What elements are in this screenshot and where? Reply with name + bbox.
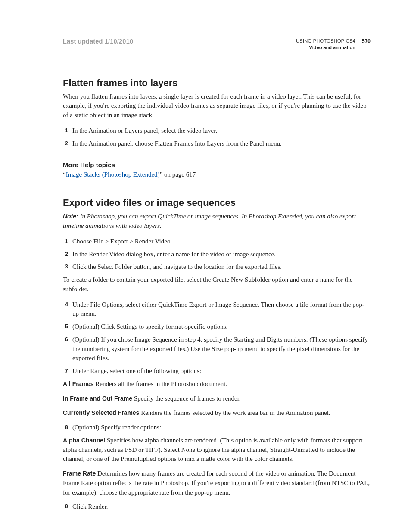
step-number: 7 — [63, 367, 68, 374]
def-term: In Frame and Out Frame — [63, 395, 132, 402]
definition-currently-selected-frames: Currently Selected Frames Renders the fr… — [63, 408, 371, 418]
definition-all-frames: All Frames Renders all the frames in the… — [63, 380, 371, 389]
list-item: 4 Under File Options, select either Quic… — [63, 300, 371, 319]
list-item: 5 (Optional) Click Settings to specify f… — [63, 322, 371, 332]
list-item: 7 Under Range, select one of the followi… — [63, 367, 371, 376]
step-text: In the Animation or Layers panel, select… — [72, 126, 371, 136]
step-text: Click the Select Folder button, and navi… — [72, 262, 371, 272]
step-number: 2 — [63, 139, 68, 146]
quote-open: “ — [63, 171, 66, 178]
step-number: 5 — [63, 322, 68, 330]
def-desc: Specifies how alpha channels are rendere… — [63, 437, 362, 463]
heading-flatten-frames: Flatten frames into layers — [63, 78, 371, 89]
step-text: Under File Options, select either QuickT… — [72, 300, 371, 319]
step-text: (Optional) Specify render options: — [72, 423, 371, 432]
def-term: Currently Selected Frames — [63, 409, 139, 416]
list-item: 9 Click Render. — [63, 502, 371, 512]
step-number: 1 — [63, 126, 68, 134]
list-item: 2 In the Animation panel, choose Flatten… — [63, 139, 371, 149]
header-right-block: USING PHOTOSHOP CS4 Video and animation … — [296, 38, 371, 51]
list-item: 3 Click the Select Folder button, and na… — [63, 262, 371, 272]
flatten-intro-paragraph: When you flatten frames into layers, a s… — [63, 92, 371, 120]
def-desc: Specify the sequence of frames to render… — [132, 395, 241, 402]
header-right-text: USING PHOTOSHOP CS4 Video and animation — [296, 38, 355, 51]
link-image-stacks[interactable]: Image Stacks (Photoshop Extended) — [66, 171, 160, 178]
step-number: 4 — [63, 300, 68, 308]
def-desc: Renders the frames selected by the work … — [139, 409, 330, 416]
doc-title: USING PHOTOSHOP CS4 — [296, 38, 355, 44]
related-link-row: “Image Stacks (Photoshop Extended)” on p… — [63, 171, 371, 178]
step-text: Click Render. — [72, 502, 371, 512]
definition-in-frame-out-frame: In Frame and Out Frame Specify the seque… — [63, 394, 371, 404]
step-text: (Optional) If you chose Image Sequence i… — [72, 335, 371, 363]
page-number: 570 — [359, 38, 371, 50]
last-updated-text: Last updated 1/10/2010 — [63, 38, 133, 45]
step-text: Under Range, select one of the following… — [72, 367, 371, 376]
list-item: 1 In the Animation or Layers panel, sele… — [63, 126, 371, 136]
step-text: (Optional) Click Settings to specify for… — [72, 322, 371, 332]
step-number: 2 — [63, 250, 68, 257]
def-desc: Renders all the frames in the Photoshop … — [94, 380, 227, 387]
def-term: Frame Rate — [63, 470, 96, 477]
definition-frame-rate: Frame Rate Determines how many frames ar… — [63, 469, 371, 497]
step-text: Choose File > Export > Render Video. — [72, 237, 371, 246]
note-paragraph: Note: In Photoshop, you can export Quick… — [63, 212, 371, 231]
page-header: Last updated 1/10/2010 USING PHOTOSHOP C… — [63, 38, 371, 51]
link-tail: ” on page 617 — [160, 171, 196, 178]
more-help-topics-label: More Help topics — [63, 161, 371, 168]
step-text: In the Render Video dialog box, enter a … — [72, 250, 371, 259]
step-number: 8 — [63, 423, 68, 430]
def-term: Alpha Channel — [63, 437, 105, 444]
list-item: 6 (Optional) If you chose Image Sequence… — [63, 335, 371, 363]
definition-alpha-channel: Alpha Channel Specifies how alpha channe… — [63, 436, 371, 464]
step-text: In the Animation panel, choose Flatten F… — [72, 139, 371, 149]
def-desc: Determines how many frames are created f… — [63, 470, 370, 496]
step-number: 3 — [63, 262, 68, 270]
subfolder-paragraph: To create a folder to contain your expor… — [63, 275, 371, 294]
document-page: Last updated 1/10/2010 USING PHOTOSHOP C… — [0, 0, 411, 532]
section-name: Video and animation — [296, 44, 355, 51]
step-number: 1 — [63, 237, 68, 244]
heading-export-video: Export video files or image sequences — [63, 197, 371, 208]
step-number: 9 — [63, 502, 68, 510]
list-item: 2 In the Render Video dialog box, enter … — [63, 250, 371, 259]
list-item: 8 (Optional) Specify render options: — [63, 423, 371, 432]
list-item: 1 Choose File > Export > Render Video. — [63, 237, 371, 246]
note-label: Note: — [63, 213, 78, 220]
note-text: In Photoshop, you can export QuickTime o… — [63, 213, 356, 229]
def-term: All Frames — [63, 380, 94, 387]
step-number: 6 — [63, 335, 68, 342]
